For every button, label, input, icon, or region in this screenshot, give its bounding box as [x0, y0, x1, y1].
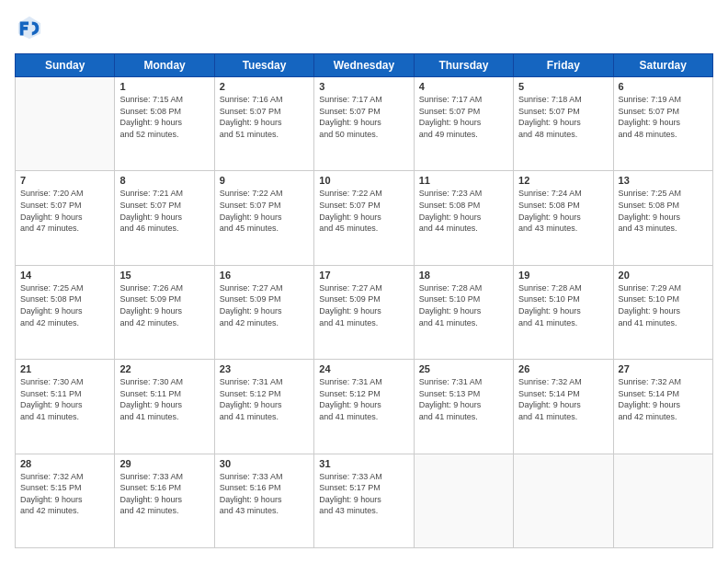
weekday-header-friday: Friday: [514, 54, 613, 77]
day-number: 7: [20, 175, 109, 186]
day-info: Sunrise: 7:30 AM Sunset: 5:11 PM Dayligh…: [119, 376, 209, 422]
calendar-cell: 17Sunrise: 7:27 AM Sunset: 5:09 PM Dayli…: [314, 265, 414, 359]
day-number: 17: [319, 270, 408, 281]
day-number: 9: [220, 175, 309, 186]
weekday-header-saturday: Saturday: [613, 54, 712, 77]
calendar-cell: 2Sunrise: 7:16 AM Sunset: 5:07 PM Daylig…: [214, 77, 313, 171]
weekday-header-wednesday: Wednesday: [314, 54, 414, 77]
calendar-cell: 11Sunrise: 7:23 AM Sunset: 5:08 PM Dayli…: [414, 171, 513, 265]
weekday-header-monday: Monday: [115, 54, 214, 77]
day-number: 6: [619, 81, 708, 92]
calendar-cell: 9Sunrise: 7:22 AM Sunset: 5:07 PM Daylig…: [214, 171, 313, 265]
calendar-cell: 8Sunrise: 7:21 AM Sunset: 5:07 PM Daylig…: [115, 171, 214, 265]
day-number: 3: [319, 81, 408, 92]
day-info: Sunrise: 7:17 AM Sunset: 5:07 PM Dayligh…: [419, 94, 508, 140]
day-number: 4: [419, 81, 508, 92]
day-info: Sunrise: 7:32 AM Sunset: 5:14 PM Dayligh…: [619, 376, 708, 422]
day-number: 28: [20, 458, 109, 469]
page: SundayMondayTuesdayWednesdayThursdayFrid…: [0, 0, 728, 563]
calendar-cell: [613, 454, 712, 547]
weekday-header-thursday: Thursday: [414, 54, 513, 77]
day-number: 12: [518, 175, 608, 186]
calendar-week-2: 14Sunrise: 7:25 AM Sunset: 5:08 PM Dayli…: [16, 265, 713, 359]
day-info: Sunrise: 7:33 AM Sunset: 5:16 PM Dayligh…: [220, 471, 309, 517]
day-info: Sunrise: 7:28 AM Sunset: 5:10 PM Dayligh…: [419, 282, 508, 328]
calendar-cell: 21Sunrise: 7:30 AM Sunset: 5:11 PM Dayli…: [16, 360, 115, 454]
day-number: 20: [619, 270, 708, 281]
weekday-header-tuesday: Tuesday: [214, 54, 313, 77]
day-info: Sunrise: 7:16 AM Sunset: 5:07 PM Dayligh…: [220, 94, 309, 140]
day-number: 1: [119, 81, 209, 92]
day-info: Sunrise: 7:30 AM Sunset: 5:11 PM Dayligh…: [20, 376, 109, 422]
calendar-cell: 15Sunrise: 7:26 AM Sunset: 5:09 PM Dayli…: [115, 265, 214, 359]
day-number: 13: [619, 175, 708, 186]
calendar-week-1: 7Sunrise: 7:20 AM Sunset: 5:07 PM Daylig…: [16, 171, 713, 265]
day-number: 29: [119, 458, 209, 469]
day-info: Sunrise: 7:19 AM Sunset: 5:07 PM Dayligh…: [619, 94, 708, 140]
day-number: 19: [518, 270, 608, 281]
calendar-cell: 16Sunrise: 7:27 AM Sunset: 5:09 PM Dayli…: [214, 265, 313, 359]
day-info: Sunrise: 7:22 AM Sunset: 5:07 PM Dayligh…: [319, 188, 408, 234]
day-number: 23: [220, 363, 309, 374]
calendar-cell: 14Sunrise: 7:25 AM Sunset: 5:08 PM Dayli…: [16, 265, 115, 359]
day-info: Sunrise: 7:26 AM Sunset: 5:09 PM Dayligh…: [119, 282, 209, 328]
calendar-cell: 30Sunrise: 7:33 AM Sunset: 5:16 PM Dayli…: [214, 454, 313, 547]
calendar-header-row: SundayMondayTuesdayWednesdayThursdayFrid…: [16, 54, 713, 77]
calendar-cell: 3Sunrise: 7:17 AM Sunset: 5:07 PM Daylig…: [314, 77, 414, 171]
calendar-cell: 31Sunrise: 7:33 AM Sunset: 5:17 PM Dayli…: [314, 454, 414, 547]
day-number: 14: [20, 270, 109, 281]
calendar-cell: [414, 454, 513, 547]
calendar-cell: 29Sunrise: 7:33 AM Sunset: 5:16 PM Dayli…: [115, 454, 214, 547]
calendar-cell: [16, 77, 115, 171]
calendar-cell: 20Sunrise: 7:29 AM Sunset: 5:10 PM Dayli…: [613, 265, 712, 359]
day-number: 2: [220, 81, 309, 92]
calendar-cell: 10Sunrise: 7:22 AM Sunset: 5:07 PM Dayli…: [314, 171, 414, 265]
calendar-week-4: 28Sunrise: 7:32 AM Sunset: 5:15 PM Dayli…: [16, 454, 713, 547]
day-info: Sunrise: 7:25 AM Sunset: 5:08 PM Dayligh…: [20, 282, 109, 328]
calendar-week-3: 21Sunrise: 7:30 AM Sunset: 5:11 PM Dayli…: [16, 360, 713, 454]
calendar-cell: 28Sunrise: 7:32 AM Sunset: 5:15 PM Dayli…: [16, 454, 115, 547]
calendar-cell: 6Sunrise: 7:19 AM Sunset: 5:07 PM Daylig…: [613, 77, 712, 171]
calendar-cell: 13Sunrise: 7:25 AM Sunset: 5:08 PM Dayli…: [613, 171, 712, 265]
day-number: 22: [119, 363, 209, 374]
day-number: 18: [419, 270, 508, 281]
day-number: 5: [518, 81, 608, 92]
day-info: Sunrise: 7:28 AM Sunset: 5:10 PM Dayligh…: [518, 282, 608, 328]
day-number: 27: [619, 363, 708, 374]
logo: [15, 15, 46, 44]
day-number: 11: [419, 175, 508, 186]
day-number: 8: [119, 175, 209, 186]
header: [15, 15, 713, 44]
day-number: 21: [20, 363, 109, 374]
day-info: Sunrise: 7:27 AM Sunset: 5:09 PM Dayligh…: [220, 282, 309, 328]
calendar-cell: 19Sunrise: 7:28 AM Sunset: 5:10 PM Dayli…: [514, 265, 613, 359]
day-info: Sunrise: 7:29 AM Sunset: 5:10 PM Dayligh…: [619, 282, 708, 328]
day-info: Sunrise: 7:33 AM Sunset: 5:16 PM Dayligh…: [119, 471, 209, 517]
day-info: Sunrise: 7:32 AM Sunset: 5:14 PM Dayligh…: [518, 376, 608, 422]
day-info: Sunrise: 7:24 AM Sunset: 5:08 PM Dayligh…: [518, 188, 608, 234]
day-number: 31: [319, 458, 408, 469]
day-info: Sunrise: 7:31 AM Sunset: 5:13 PM Dayligh…: [419, 376, 508, 422]
day-info: Sunrise: 7:32 AM Sunset: 5:15 PM Dayligh…: [20, 471, 109, 517]
calendar-cell: 23Sunrise: 7:31 AM Sunset: 5:12 PM Dayli…: [214, 360, 313, 454]
calendar-cell: [514, 454, 613, 547]
calendar-cell: 7Sunrise: 7:20 AM Sunset: 5:07 PM Daylig…: [16, 171, 115, 265]
day-info: Sunrise: 7:33 AM Sunset: 5:17 PM Dayligh…: [319, 471, 408, 517]
calendar-cell: 27Sunrise: 7:32 AM Sunset: 5:14 PM Dayli…: [613, 360, 712, 454]
day-info: Sunrise: 7:27 AM Sunset: 5:09 PM Dayligh…: [319, 282, 408, 328]
day-info: Sunrise: 7:31 AM Sunset: 5:12 PM Dayligh…: [220, 376, 309, 422]
day-info: Sunrise: 7:21 AM Sunset: 5:07 PM Dayligh…: [119, 188, 209, 234]
day-number: 26: [518, 363, 608, 374]
day-info: Sunrise: 7:20 AM Sunset: 5:07 PM Dayligh…: [20, 188, 109, 234]
calendar-week-0: 1Sunrise: 7:15 AM Sunset: 5:08 PM Daylig…: [16, 77, 713, 171]
calendar-cell: 1Sunrise: 7:15 AM Sunset: 5:08 PM Daylig…: [115, 77, 214, 171]
calendar-cell: 18Sunrise: 7:28 AM Sunset: 5:10 PM Dayli…: [414, 265, 513, 359]
calendar-cell: 24Sunrise: 7:31 AM Sunset: 5:12 PM Dayli…: [314, 360, 414, 454]
calendar-cell: 26Sunrise: 7:32 AM Sunset: 5:14 PM Dayli…: [514, 360, 613, 454]
day-info: Sunrise: 7:15 AM Sunset: 5:08 PM Dayligh…: [119, 94, 209, 140]
logo-icon: [17, 15, 42, 40]
day-info: Sunrise: 7:23 AM Sunset: 5:08 PM Dayligh…: [419, 188, 508, 234]
weekday-header-sunday: Sunday: [16, 54, 115, 77]
calendar-cell: 25Sunrise: 7:31 AM Sunset: 5:13 PM Dayli…: [414, 360, 513, 454]
day-number: 10: [319, 175, 408, 186]
